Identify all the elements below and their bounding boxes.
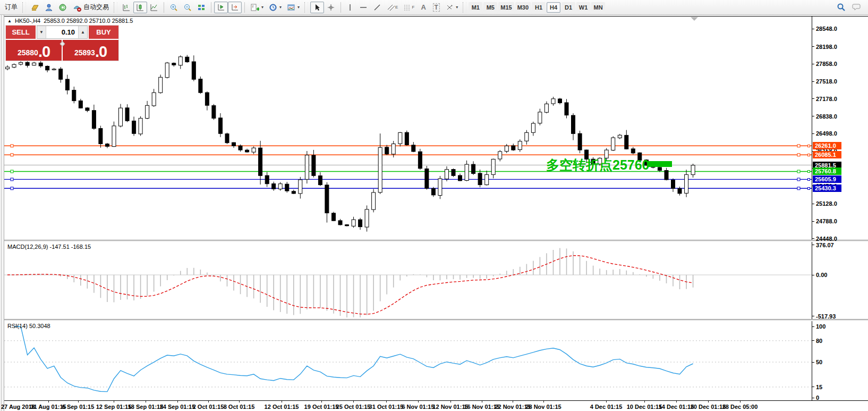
macd-tick-label: 376.07 <box>816 242 834 248</box>
line-chart-button[interactable] <box>147 2 161 13</box>
timeframe-h4-button[interactable]: H4 <box>547 2 560 13</box>
time-tick-mark <box>146 400 146 402</box>
market-button[interactable] <box>42 2 56 13</box>
arrows-button[interactable]: ▾ <box>442 2 461 13</box>
timeframe-toolbar: M1M5M15M30H1H4D1W1MN <box>469 2 605 13</box>
candle-body <box>259 148 262 175</box>
hline-axis-handle[interactable] <box>807 170 810 173</box>
candle-body <box>565 103 568 115</box>
time-axis-label: 6 Nov 01:15 <box>402 404 434 410</box>
time-axis-label: 20 Dec 01:15 <box>691 404 726 410</box>
chart-frame-bottom <box>4 400 868 401</box>
timeframe-m15-button[interactable]: M15 <box>498 2 514 13</box>
sell-price-display[interactable]: 25880 .0 <box>6 40 62 61</box>
timeframe-h1-button[interactable]: H1 <box>532 2 546 13</box>
price-tick-mark <box>812 46 814 47</box>
fibonacci-button[interactable]: F <box>401 2 417 13</box>
hline-right-handle[interactable] <box>797 154 800 156</box>
candle-body <box>245 150 249 152</box>
cursor-button[interactable] <box>310 2 324 13</box>
horizontal-line-button[interactable] <box>356 2 370 13</box>
autotrading-button[interactable]: 自动交易 <box>70 2 112 13</box>
text-button[interactable]: A <box>417 2 430 13</box>
timeframe-w1-button[interactable]: W1 <box>576 2 590 13</box>
candle-body <box>665 171 668 180</box>
trendline-button[interactable] <box>370 2 384 13</box>
hline-axis-handle[interactable] <box>807 154 810 156</box>
indicators-dropdown-arrow[interactable]: ▾ <box>261 5 263 10</box>
templates-dropdown-arrow[interactable]: ▾ <box>297 5 300 10</box>
text-label-button[interactable]: T <box>430 2 442 13</box>
vertical-line-button[interactable] <box>344 2 356 13</box>
candle-body <box>398 132 402 144</box>
periods-dropdown-arrow[interactable]: ▾ <box>279 5 282 10</box>
arrows-dropdown-arrow[interactable]: ▾ <box>456 5 458 10</box>
timeframe-m30-button[interactable]: M30 <box>515 2 531 13</box>
signals-button[interactable] <box>56 2 70 13</box>
hline-right-handle[interactable] <box>797 178 800 181</box>
timeframe-m5-button[interactable]: M5 <box>483 2 497 13</box>
crosshair-button[interactable] <box>324 2 338 13</box>
chart-shift-button[interactable] <box>228 2 242 13</box>
equidistant-channel-button[interactable]: E <box>384 2 401 13</box>
periods-button[interactable]: ▾ <box>266 2 284 13</box>
candlestick-chart-button[interactable] <box>133 2 147 13</box>
tile-windows-button[interactable] <box>194 2 208 13</box>
rsi-tick-mark <box>812 362 814 363</box>
price-badge: 26261.0 <box>813 142 841 149</box>
candle-body <box>338 221 342 225</box>
timeframe-m1-button[interactable]: M1 <box>469 2 482 13</box>
macd-canvas[interactable] <box>4 242 812 319</box>
time-tick-mark <box>386 400 387 402</box>
chat-icon[interactable] <box>851 3 862 12</box>
rsi-canvas[interactable] <box>4 321 812 400</box>
price-badge: 25605.9 <box>813 175 841 183</box>
hline-left-handle[interactable] <box>11 187 13 190</box>
hline-right-handle[interactable] <box>797 170 800 173</box>
timeframe-d1-button[interactable]: D1 <box>561 2 575 13</box>
sell-button[interactable]: SELL <box>6 26 36 39</box>
hline-axis-handle[interactable] <box>807 187 810 190</box>
zoom-out-button[interactable] <box>181 2 194 13</box>
hline-right-handle[interactable] <box>797 145 800 147</box>
templates-button[interactable]: ▾ <box>284 2 302 13</box>
time-axis-label: 24 Sep 01:15 <box>160 404 195 410</box>
time-tick-mark <box>78 400 79 402</box>
candle-body <box>312 155 316 175</box>
hline-left-handle[interactable] <box>11 178 13 181</box>
new-order-button[interactable]: 订单 <box>2 2 20 13</box>
hline-left-handle[interactable] <box>11 154 13 156</box>
hline-left-handle[interactable] <box>11 170 13 173</box>
quotes-button[interactable] <box>28 2 42 13</box>
zoom-in-button[interactable] <box>167 2 181 13</box>
volume-input[interactable]: 0.10 <box>46 26 78 38</box>
candle-body <box>178 57 182 65</box>
time-tick-mark <box>676 400 677 402</box>
hline-axis-handle[interactable] <box>807 178 810 181</box>
autoscroll-button[interactable] <box>214 2 228 13</box>
volume-decrease-button[interactable]: ▼ <box>37 26 46 38</box>
bar-chart-button[interactable] <box>120 2 133 13</box>
window-left-edge <box>0 15 4 411</box>
candle-body <box>278 184 282 189</box>
turning-point-highlight-rect[interactable] <box>647 161 672 167</box>
timeframe-mn-button[interactable]: MN <box>591 2 605 13</box>
hline-right-handle[interactable] <box>797 187 800 190</box>
main-chart-canvas[interactable] <box>4 15 812 240</box>
candlestick-chart-icon <box>136 3 144 12</box>
buy-button[interactable]: BUY <box>89 26 118 39</box>
candle-body <box>192 62 195 79</box>
turning-point-annotation[interactable]: 多空转折点25760 <box>546 156 650 174</box>
hline-left-handle[interactable] <box>11 145 13 147</box>
candle-body <box>472 164 475 173</box>
volume-increase-button[interactable]: ▲ <box>78 26 87 38</box>
candle-body <box>425 169 429 188</box>
indicators-button[interactable]: f ▾ <box>248 2 266 13</box>
candle-body <box>544 104 548 112</box>
time-tick-mark <box>353 400 354 402</box>
time-axis-label: 31 Aug 01:15 <box>30 404 66 410</box>
hline-axis-handle[interactable] <box>807 145 810 147</box>
time-axis-label: 12 Oct 01:15 <box>265 404 299 410</box>
buy-price-display[interactable]: 25893 .0 <box>63 40 118 61</box>
search-icon[interactable] <box>837 3 846 12</box>
